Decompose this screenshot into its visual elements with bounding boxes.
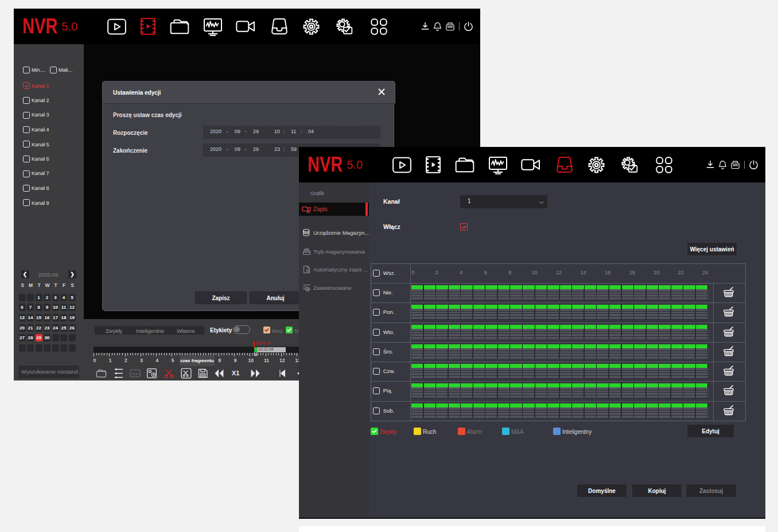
svg-text:PDF: PDF [131,372,138,376]
